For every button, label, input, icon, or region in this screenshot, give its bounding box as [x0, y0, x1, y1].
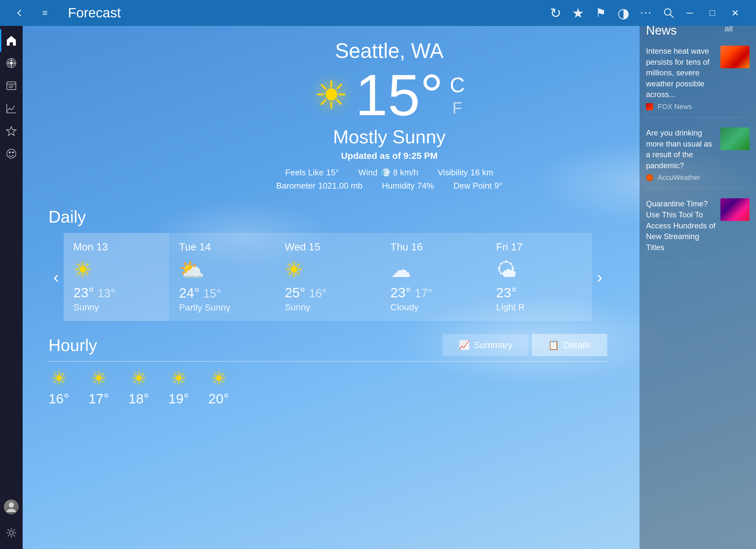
dew-point: Dew Point 9°: [454, 181, 502, 191]
news-text: Quarantine Time? Use This Tool To Access…: [646, 198, 716, 255]
news-items: Intense heat wave persists for tens of m…: [646, 46, 750, 262]
unit-c[interactable]: C: [450, 73, 465, 97]
news-text: Are you drinking more than usual as a re…: [646, 127, 716, 182]
day-icon: ☀: [285, 258, 371, 282]
day-name: Thu 16: [390, 241, 477, 253]
day-card[interactable]: Thu 16 ☁ 23° 17° Cloudy: [381, 233, 487, 321]
close-button[interactable]: ✕: [724, 0, 746, 26]
minimize-button[interactable]: ─: [678, 0, 701, 26]
temp-units: C F: [450, 73, 465, 117]
night-mode-button[interactable]: ◑: [614, 3, 633, 23]
day-condition: Sunny: [73, 302, 160, 313]
source-name: FOX News: [658, 103, 692, 111]
day-name: Tue 14: [179, 241, 265, 253]
summary-icon: 📈: [459, 340, 470, 350]
more-button[interactable]: ⋯: [636, 3, 656, 23]
hourly-divider: [49, 361, 607, 362]
feels-like-value: 15°: [326, 168, 339, 178]
wind-icon: 💨: [380, 168, 390, 178]
day-card[interactable]: Wed 15 ☀ 25° 16° Sunny: [275, 233, 381, 321]
day-condition: Partly Sunny: [179, 302, 265, 313]
day-high: 25°: [285, 285, 305, 300]
day-high: 23°: [73, 285, 94, 300]
search-button[interactable]: [659, 3, 678, 23]
news-thumbnail: [720, 127, 750, 150]
hourly-icon: ☀: [49, 368, 69, 389]
dew-point-value: 9°: [494, 181, 502, 191]
details-label: Details: [563, 340, 591, 350]
hourly-header: Hourly 📈 Summary 📋 Details: [49, 334, 607, 356]
summary-tab[interactable]: 📈 Summary: [443, 334, 529, 356]
sidebar-item-chart[interactable]: [0, 97, 23, 120]
page-title: Forecast: [68, 5, 121, 21]
hourly-item[interactable]: ☀ 20°: [208, 368, 229, 407]
unit-f[interactable]: F: [450, 99, 465, 117]
day-icon: ☁: [390, 258, 477, 282]
visibility-label: Visibility: [438, 168, 468, 178]
sidebar-item-news[interactable]: [0, 74, 23, 97]
visibility-value: 16 km: [470, 168, 493, 178]
news-thumbnail: [720, 198, 750, 221]
temperature-value: 15°: [355, 66, 443, 124]
news-headline: Are you drinking more than usual as a re…: [646, 127, 716, 171]
sidebar-item-avatar[interactable]: [0, 496, 23, 518]
window-controls: ─ □ ✕: [678, 0, 746, 26]
svg-point-18: [9, 531, 13, 535]
svg-point-14: [7, 149, 16, 158]
menu-button[interactable]: ≡: [36, 3, 55, 23]
hourly-item[interactable]: ☀ 19°: [169, 368, 189, 407]
hourly-icon: ☀: [208, 368, 229, 389]
hourly-item[interactable]: ☀ 16°: [49, 368, 69, 407]
day-temps: 23° 13°: [73, 285, 160, 301]
day-name: Wed 15: [285, 241, 371, 253]
sidebar-item-radar[interactable]: [0, 52, 23, 74]
hourly-temp: 16°: [49, 391, 69, 407]
back-button[interactable]: [10, 3, 29, 23]
visibility: Visibility 16 km: [438, 168, 493, 178]
barometer-value: 1021.00 mb: [318, 181, 362, 191]
day-condition: Sunny: [285, 302, 371, 313]
svg-line-1: [670, 14, 674, 18]
day-name: Fri 17: [496, 241, 583, 253]
day-low: 17°: [415, 287, 432, 300]
day-icon: ⛅: [179, 258, 265, 282]
news-panel: Weather News See all Intense heat wave p…: [640, 0, 756, 549]
day-temps: 25° 16°: [285, 285, 371, 301]
day-name: Mon 13: [73, 241, 160, 253]
day-card[interactable]: Tue 14 ⛅ 24° 15° Partly Sunny: [169, 233, 275, 321]
news-item[interactable]: Quarantine Time? Use This Tool To Access…: [646, 198, 750, 262]
sidebar-item-favorites[interactable]: [0, 120, 23, 142]
hourly-item[interactable]: ☀ 18°: [128, 368, 149, 407]
wind-label: Wind: [358, 168, 378, 178]
title-bar: ≡ Forecast ↻ ★ ⚑ ◑ ⋯ ─ □ ✕: [0, 0, 756, 26]
sidebar: [0, 26, 23, 549]
humidity: Humidity 74%: [382, 181, 434, 191]
sidebar-item-emoji[interactable]: [0, 142, 23, 165]
favorite-button[interactable]: ★: [568, 3, 588, 23]
svg-marker-13: [6, 126, 16, 136]
details-tab[interactable]: 📋 Details: [532, 334, 607, 356]
prev-day-button[interactable]: ‹: [49, 233, 64, 321]
day-cards: Mon 13 ☀ 23° 13° Sunny Tue 14 ⛅ 24° 15° …: [64, 233, 592, 321]
pin-button[interactable]: ⚑: [591, 3, 610, 23]
day-icon: ☀: [73, 258, 160, 282]
sidebar-item-home[interactable]: [0, 29, 23, 52]
daily-title: Daily: [49, 207, 607, 226]
day-condition: Light R: [496, 302, 583, 313]
next-day-button[interactable]: ›: [592, 233, 607, 321]
day-card[interactable]: Mon 13 ☀ 23° 13° Sunny: [64, 233, 170, 321]
sidebar-item-settings[interactable]: [0, 522, 23, 544]
day-card[interactable]: Fri 17 🌤 23° Light R: [487, 233, 592, 321]
dew-point-label: Dew Point: [454, 181, 492, 191]
sun-icon: ☀: [314, 73, 349, 118]
news-thumbnail: [720, 46, 750, 68]
maximize-button[interactable]: □: [701, 0, 724, 26]
source-name: AccuWeather: [658, 173, 700, 182]
summary-label: Summary: [474, 340, 513, 350]
news-item[interactable]: Are you drinking more than usual as a re…: [646, 127, 750, 189]
hourly-item[interactable]: ☀ 17°: [89, 368, 109, 407]
day-high: 23°: [496, 285, 517, 300]
svg-point-15: [9, 152, 10, 153]
news-item[interactable]: Intense heat wave persists for tens of m…: [646, 46, 750, 118]
refresh-button[interactable]: ↻: [546, 3, 565, 23]
